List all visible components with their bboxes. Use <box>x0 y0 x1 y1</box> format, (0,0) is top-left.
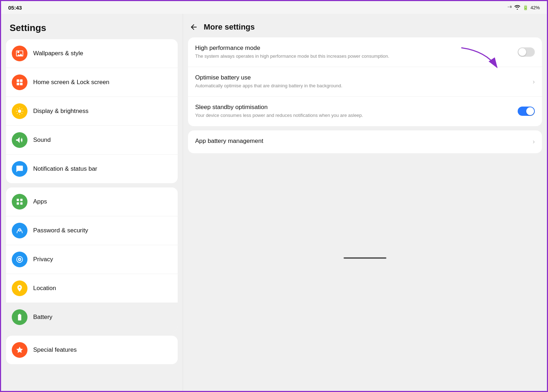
svg-rect-4 <box>20 83 22 85</box>
app-battery-title: App battery management <box>195 138 533 145</box>
settings-title: Settings <box>6 20 178 39</box>
app-battery-chevron: › <box>533 138 535 145</box>
svg-rect-6 <box>17 199 19 201</box>
high-performance-toggle[interactable] <box>518 47 535 57</box>
right-card-1: High performance mode The system always … <box>188 37 542 126</box>
sidebar-item-special[interactable]: Special features <box>6 336 178 364</box>
app-battery-text: App battery management <box>195 138 533 146</box>
wallpapers-icon <box>12 46 27 61</box>
location-label: Location <box>33 285 56 292</box>
homescreen-icon <box>12 74 27 90</box>
right-card-2: App battery management › <box>188 130 542 153</box>
high-performance-title: High performance mode <box>195 45 518 52</box>
svg-rect-1 <box>17 79 19 82</box>
apps-label: Apps <box>33 198 47 205</box>
settings-card-1: Wallpapers & style Home screen & Lock sc… <box>6 39 178 183</box>
right-panel-title: More settings <box>204 22 255 32</box>
svg-point-5 <box>18 109 21 113</box>
sidebar-item-privacy[interactable]: Privacy <box>6 245 178 274</box>
status-bar: 05:43 ⁻ᴮ 🔋 42% <box>1 1 547 14</box>
status-time: 05:43 <box>8 5 22 11</box>
sidebar-item-location[interactable]: Location <box>6 274 178 303</box>
notification-icon <box>12 161 27 177</box>
battery-percent: 42% <box>531 5 540 10</box>
sleep-standby-toggle-knob <box>526 107 534 115</box>
optimise-battery-desc: Automatically optimise apps that are dra… <box>195 83 533 89</box>
sleep-standby-item[interactable]: Sleep standby optimisation Your device c… <box>188 97 542 126</box>
bottom-indicator <box>344 257 386 259</box>
wifi-icon <box>514 5 521 11</box>
wallpapers-label: Wallpapers & style <box>33 50 83 57</box>
main-layout: Settings Wallpapers & style Home screen … <box>1 14 547 391</box>
status-icons: ⁻ᴮ 🔋 42% <box>507 5 540 11</box>
optimise-battery-chevron: › <box>533 78 535 86</box>
high-performance-item[interactable]: High performance mode The system always … <box>188 37 542 67</box>
display-label: Display & brightness <box>33 108 88 115</box>
sidebar-item-battery[interactable]: Battery <box>6 303 178 331</box>
sleep-standby-text: Sleep standby optimisation Your device c… <box>195 104 518 119</box>
special-label: Special features <box>33 346 77 354</box>
high-performance-desc: The system always operates in high perfo… <box>195 53 518 60</box>
svg-rect-8 <box>17 202 19 205</box>
svg-rect-2 <box>20 79 22 82</box>
battery-label: Battery <box>33 314 52 321</box>
sleep-standby-desc: Your device consumes less power and redu… <box>195 112 518 119</box>
sidebar-item-display[interactable]: Display & brightness <box>6 97 178 126</box>
settings-card-2: Apps Password & security Privacy Locatio… <box>6 187 178 331</box>
special-icon <box>12 342 27 358</box>
svg-rect-9 <box>20 202 22 205</box>
sound-icon <box>12 132 27 148</box>
sleep-standby-title: Sleep standby optimisation <box>195 104 518 111</box>
svg-rect-7 <box>20 199 22 201</box>
right-panel: More settings High performance mode The … <box>183 14 547 391</box>
sidebar-item-password[interactable]: Password & security <box>6 216 178 245</box>
optimise-battery-title: Optimise battery use <box>195 74 533 81</box>
back-button[interactable] <box>189 23 198 31</box>
app-battery-item[interactable]: App battery management › <box>188 130 542 153</box>
sidebar-item-wallpapers[interactable]: Wallpapers & style <box>6 39 178 68</box>
privacy-icon <box>12 252 27 267</box>
password-label: Password & security <box>33 227 88 234</box>
left-panel: Settings Wallpapers & style Home screen … <box>1 14 183 391</box>
sidebar-item-homescreen[interactable]: Home screen & Lock screen <box>6 68 178 97</box>
homescreen-label: Home screen & Lock screen <box>33 79 110 86</box>
sidebar-item-sound[interactable]: Sound <box>6 126 178 155</box>
optimise-battery-text: Optimise battery use Automatically optim… <box>195 74 533 89</box>
bluetooth-icon: ⁻ᴮ <box>507 5 512 10</box>
battery-icon: 🔋 <box>523 5 528 10</box>
right-header: More settings <box>188 20 542 37</box>
sleep-standby-toggle[interactable] <box>518 107 535 116</box>
password-icon <box>12 223 27 238</box>
privacy-label: Privacy <box>33 256 53 263</box>
apps-icon <box>12 194 27 210</box>
notification-label: Notification & status bar <box>33 165 97 172</box>
high-performance-text: High performance mode The system always … <box>195 45 518 60</box>
battery-icon-left <box>12 309 27 325</box>
display-icon <box>12 103 27 119</box>
settings-card-3: Special features <box>6 336 178 364</box>
sidebar-item-notification[interactable]: Notification & status bar <box>6 155 178 183</box>
sidebar-item-apps[interactable]: Apps <box>6 187 178 216</box>
sound-label: Sound <box>33 136 51 144</box>
location-icon <box>12 280 27 296</box>
optimise-battery-item[interactable]: Optimise battery use Automatically optim… <box>188 67 542 97</box>
svg-point-0 <box>17 51 20 53</box>
svg-point-12 <box>19 259 20 260</box>
svg-rect-3 <box>17 83 19 85</box>
high-performance-toggle-knob <box>518 48 526 56</box>
